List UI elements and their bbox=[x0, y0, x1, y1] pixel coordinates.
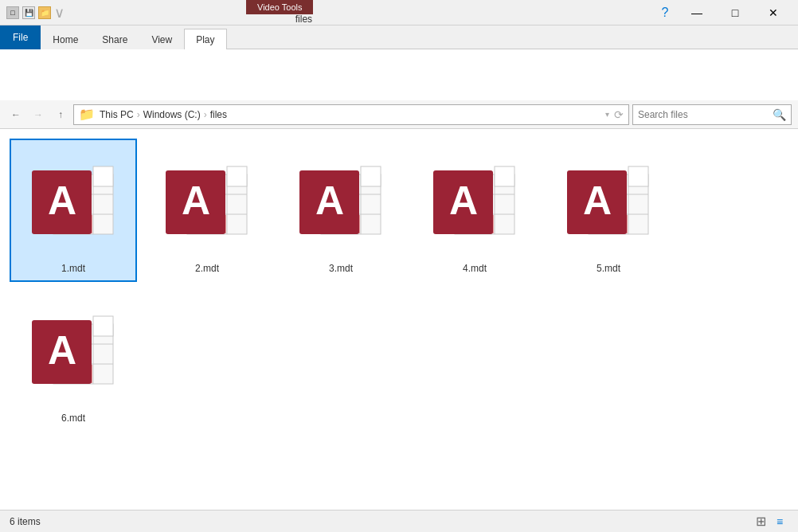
search-box[interactable]: 🔍 bbox=[632, 104, 792, 125]
large-icon-view-button[interactable]: ⊞ bbox=[752, 513, 769, 530]
back-button[interactable]: ← bbox=[6, 105, 25, 124]
svg-rect-9 bbox=[93, 166, 113, 186]
video-tools-label: Video Tools bbox=[246, 0, 313, 14]
svg-text:A: A bbox=[48, 178, 76, 223]
address-bar: ← → ↑ 📁 This PC › Windows (C:) › files ▾… bbox=[0, 100, 798, 129]
file-icon-2: A bbox=[155, 155, 259, 258]
list-item[interactable]: A 5.mdt bbox=[545, 139, 672, 282]
mdt-icon-2: A bbox=[159, 158, 255, 254]
mdt-icon-6: A bbox=[25, 308, 121, 404]
file-icon-6: A bbox=[22, 304, 125, 408]
list-item[interactable]: A 3.mdt bbox=[277, 139, 405, 282]
list-item[interactable]: A 1.mdt bbox=[10, 139, 137, 282]
file-icon-5: A bbox=[557, 155, 660, 258]
view-controls: ⊞ ≡ bbox=[752, 513, 788, 530]
item-count: 6 items bbox=[10, 516, 41, 527]
breadcrumb-drive[interactable]: Windows (C:) bbox=[143, 109, 201, 120]
svg-rect-29 bbox=[361, 166, 381, 186]
ribbon-content bbox=[0, 49, 798, 100]
close-button[interactable]: ✕ bbox=[755, 0, 792, 25]
up-button[interactable]: ↑ bbox=[51, 105, 70, 124]
file-name-6: 6.mdt bbox=[61, 413, 85, 424]
svg-text:A: A bbox=[583, 178, 612, 223]
mdt-icon-4: A bbox=[427, 158, 522, 254]
file-name-4: 4.mdt bbox=[463, 263, 487, 274]
file-name-5: 5.mdt bbox=[597, 263, 620, 274]
tab-view[interactable]: View bbox=[139, 29, 184, 49]
tab-home[interactable]: Home bbox=[41, 29, 90, 49]
help-button[interactable]: ? bbox=[653, 0, 677, 25]
title-bar: □ 💾 📁 ∨ Video Tools files ? — □ ✕ bbox=[0, 0, 798, 25]
folder-icon[interactable]: 📁 bbox=[38, 6, 51, 19]
window-controls: ? — □ ✕ bbox=[653, 0, 792, 25]
tab-file[interactable]: File bbox=[0, 25, 41, 49]
file-name-1: 1.mdt bbox=[61, 263, 85, 274]
folder-breadcrumb-icon: 📁 bbox=[79, 107, 95, 122]
list-item[interactable]: A 2.mdt bbox=[143, 139, 271, 282]
svg-rect-39 bbox=[495, 166, 514, 186]
svg-text:A: A bbox=[48, 328, 76, 373]
new-icon[interactable]: □ bbox=[6, 6, 19, 19]
ribbon: File Home Share View Play bbox=[0, 25, 798, 100]
minimize-button[interactable]: — bbox=[679, 0, 715, 25]
status-bar: 6 items ⊞ ≡ bbox=[0, 510, 798, 532]
mdt-icon-5: A bbox=[561, 158, 656, 254]
list-item[interactable]: A 6.mdt bbox=[10, 288, 137, 432]
svg-text:A: A bbox=[315, 178, 344, 223]
list-item[interactable]: A 4.mdt bbox=[411, 139, 538, 282]
breadcrumb-files[interactable]: files bbox=[210, 109, 227, 120]
breadcrumb-thispc[interactable]: This PC bbox=[100, 109, 134, 120]
window-title: files bbox=[187, 14, 420, 25]
file-icon-1: A bbox=[22, 155, 125, 258]
svg-text:A: A bbox=[449, 178, 478, 223]
search-icon: 🔍 bbox=[773, 108, 786, 121]
file-icon-3: A bbox=[289, 155, 393, 258]
dropdown-breadcrumb-icon[interactable]: ▾ bbox=[605, 110, 609, 119]
mdt-icon-1: A bbox=[25, 158, 121, 254]
ribbon-tab-row: File Home Share View Play bbox=[0, 25, 798, 49]
forward-button[interactable]: → bbox=[29, 105, 48, 124]
svg-text:A: A bbox=[182, 178, 210, 223]
save-icon[interactable]: 💾 bbox=[22, 6, 35, 19]
file-area: A 1.mdt A 2.mdt bbox=[0, 129, 798, 510]
mdt-icon-3: A bbox=[293, 158, 389, 254]
maximize-button[interactable]: □ bbox=[717, 0, 753, 25]
list-view-button[interactable]: ≡ bbox=[771, 513, 788, 530]
dropdown-arrow-icon[interactable]: ∨ bbox=[54, 4, 65, 22]
search-input[interactable] bbox=[638, 109, 773, 120]
tab-share[interactable]: Share bbox=[90, 29, 139, 49]
svg-rect-49 bbox=[628, 166, 648, 186]
refresh-button[interactable]: ⟳ bbox=[614, 108, 624, 121]
tab-play[interactable]: Play bbox=[184, 29, 226, 49]
file-name-3: 3.mdt bbox=[329, 263, 353, 274]
title-bar-icons: □ 💾 📁 ∨ bbox=[6, 4, 65, 22]
svg-rect-19 bbox=[227, 166, 247, 186]
file-icon-4: A bbox=[423, 155, 526, 258]
address-breadcrumb[interactable]: 📁 This PC › Windows (C:) › files ▾ ⟳ bbox=[73, 104, 629, 125]
file-name-2: 2.mdt bbox=[195, 263, 219, 274]
svg-rect-59 bbox=[93, 316, 113, 336]
